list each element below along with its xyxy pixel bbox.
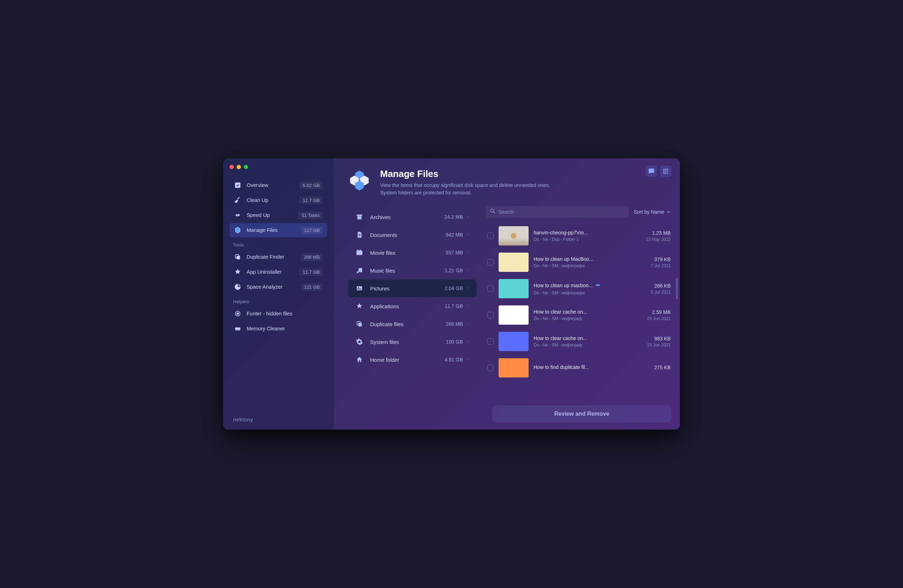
nav-helpers-group: Funter - hidden filesMemory Cleaner	[230, 307, 327, 336]
sidebar-item-label: Space Analyzer	[247, 284, 301, 290]
sidebar-item-value: 11.7 GB	[299, 197, 323, 204]
category-label: Movie files	[370, 250, 446, 256]
sidebar-item-cleanup[interactable]: Clean Up11.7 GB	[230, 193, 327, 207]
file-info: How to find duplicate fil...	[533, 364, 632, 371]
close-window-button[interactable]	[230, 165, 234, 169]
file-row[interactable]: How to find duplicate fil...275 KB	[486, 355, 672, 381]
file-checkbox[interactable]	[487, 233, 494, 239]
sidebar-item-dup[interactable]: Duplicate Finder266 MB	[230, 250, 327, 264]
file-info: How to clean up MacBoo...Do›Ne›SM›инфогр…	[533, 256, 632, 268]
maximize-window-button[interactable]	[244, 165, 248, 169]
file-date: 23 Jun 2021	[637, 316, 671, 321]
file-checkbox[interactable]	[487, 365, 494, 371]
svg-point-21	[359, 250, 361, 252]
sidebar-item-label: Clean Up	[247, 197, 299, 203]
category-list: Archives24.2 MBDocuments942 MBMovie file…	[348, 203, 477, 429]
category-size: 1.21 GB	[445, 267, 463, 273]
category-music[interactable]: Music files1.21 GB	[348, 261, 477, 279]
svg-rect-26	[358, 323, 362, 327]
home-icon	[355, 355, 364, 364]
helpers-section-label: Helpers	[230, 294, 327, 307]
category-archives[interactable]: Archives24.2 MB	[348, 208, 477, 226]
file-name: How to clear cache on...	[533, 335, 632, 341]
file-path: Do›Ne›SM›инфограф	[533, 316, 632, 321]
pie-icon	[234, 283, 242, 291]
file-info: How to clear cache on...Do›Ne›SM›инфогра…	[533, 335, 632, 347]
traffic-lights	[230, 165, 248, 169]
file-row[interactable]: How to clean up macboo...Do›Ne›SM›инфогр…	[486, 275, 672, 302]
chevron-right-icon	[467, 339, 469, 345]
file-date: 13 May 2022	[637, 237, 671, 242]
minimize-window-button[interactable]	[237, 165, 241, 169]
chevron-right-icon	[467, 321, 469, 327]
sidebar-item-value: 121 GB	[301, 283, 323, 291]
movie-icon	[355, 248, 364, 257]
category-documents[interactable]: Documents942 MB	[348, 226, 477, 244]
file-row[interactable]: How to clear cache on...Do›Ne›SM›инфогра…	[486, 302, 672, 328]
svg-rect-11	[239, 330, 240, 331]
file-path: Do›Ne›SM›инфограф	[533, 343, 632, 347]
file-meta: 983 KB23 Jun 2021	[637, 336, 671, 347]
file-thumbnail	[499, 358, 529, 377]
category-label: Duplicate files	[370, 321, 446, 327]
file-row[interactable]: hanvin-cheong-pp7Vm...Do›Ne›Dup›Folder 1…	[486, 223, 672, 249]
category-label: Pictures	[370, 285, 445, 291]
file-size: 379 KB	[637, 256, 671, 262]
sidebar-item-value: 6.82 GB	[299, 182, 323, 189]
sidebar-item-space[interactable]: Space Analyzer121 GB	[230, 280, 327, 294]
sidebar-item-uninst[interactable]: App Uninstaller11.7 GB	[230, 265, 327, 279]
gear-icon	[355, 338, 364, 346]
file-row[interactable]: How to clean up MacBoo...Do›Ne›SM›инфогр…	[486, 249, 672, 275]
broom-icon	[234, 196, 242, 204]
sidebar-item-label: Funter - hidden files	[247, 311, 323, 316]
search-input[interactable]	[498, 209, 624, 215]
sidebar-item-label: Duplicate Finder	[247, 254, 300, 260]
file-thumbnail	[499, 279, 529, 298]
category-home[interactable]: Home folder4.91 GB	[348, 351, 477, 369]
file-thumbnail	[499, 332, 529, 351]
category-system[interactable]: System files100 GB	[348, 333, 477, 351]
file-thumbnail	[499, 253, 529, 272]
news-button[interactable]	[660, 165, 671, 177]
svg-rect-16	[357, 214, 362, 216]
file-thumbnail	[499, 305, 529, 325]
chat-button[interactable]	[646, 165, 657, 177]
sidebar-item-manage[interactable]: Manage Files117 GB	[230, 223, 327, 237]
category-movies[interactable]: Movie files557 MB	[348, 244, 477, 261]
ram-icon	[234, 325, 242, 333]
alias-icon	[595, 282, 601, 289]
file-checkbox[interactable]	[487, 259, 494, 266]
archive-icon	[355, 213, 364, 221]
chevron-right-icon	[467, 357, 469, 363]
category-label: Music files	[370, 267, 445, 274]
file-checkbox[interactable]	[487, 285, 494, 292]
category-dupfiles[interactable]: Duplicate files266 MB	[348, 315, 477, 333]
file-meta: 379 KB7 Jul 2021	[637, 256, 671, 268]
sidebar-item-overview[interactable]: Overview6.82 GB	[230, 178, 327, 192]
file-name: How to clean up MacBoo...	[533, 256, 632, 262]
review-remove-button[interactable]: Review and Remove	[492, 405, 671, 423]
file-checkbox[interactable]	[487, 338, 494, 345]
sidebar-item-funter[interactable]: Funter - hidden files	[230, 307, 327, 321]
category-label: Archives	[370, 214, 444, 220]
file-checkbox[interactable]	[487, 312, 494, 318]
sidebar-item-speedup[interactable]: Speed Up51 Tasks	[230, 208, 327, 222]
scrollbar-indicator[interactable]	[676, 278, 678, 299]
sort-button[interactable]: Sort by Name	[633, 208, 671, 216]
dup-icon	[355, 320, 364, 328]
main-panel: Manage Files View the items that occupy …	[334, 159, 680, 429]
file-row[interactable]: How to clear cache on...Do›Ne›SM›инфогра…	[486, 328, 672, 355]
search-field-wrap[interactable]	[486, 206, 629, 218]
svg-point-23	[360, 271, 362, 273]
svg-point-28	[491, 209, 494, 212]
svg-rect-19	[357, 251, 363, 255]
sidebar-item-value: 117 GB	[301, 226, 323, 234]
svg-point-22	[357, 272, 359, 273]
file-path: Do›Ne›Dup›Folder 1	[533, 237, 632, 242]
svg-rect-8	[236, 330, 236, 331]
page-title: Manage Files	[380, 168, 550, 179]
category-pictures[interactable]: Pictures2.04 GB	[348, 279, 477, 297]
sidebar-item-memclean[interactable]: Memory Cleaner	[230, 321, 327, 336]
file-meta: 2.59 MB23 Jun 2021	[637, 309, 671, 321]
category-apps[interactable]: Applications11.7 GB	[348, 297, 477, 315]
